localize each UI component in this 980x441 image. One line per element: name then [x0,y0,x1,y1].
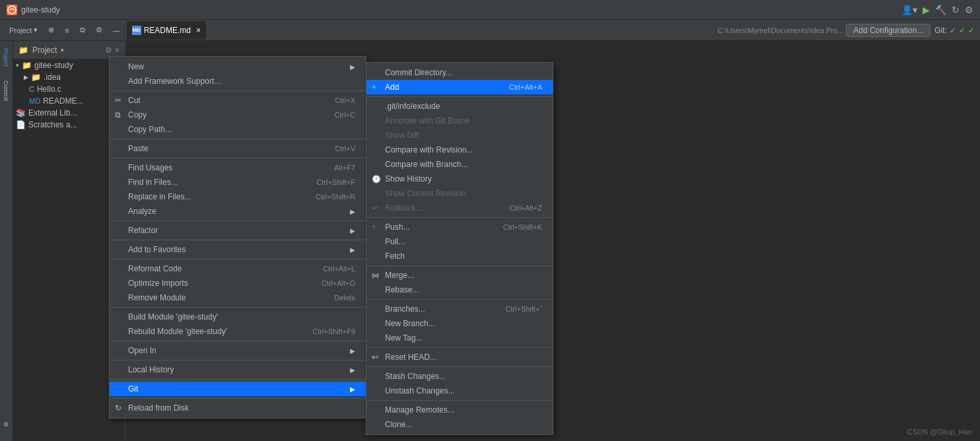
git-unstash[interactable]: Unstash Changes... [367,384,553,398]
menu-refactor[interactable]: Refactor ▶ [110,223,366,238]
git-manage-remotes-label: Manage Remotes... [385,405,454,415]
git-check2: ✓ [959,26,965,35]
tree-item-readme[interactable]: MD README... [13,95,125,107]
settings-icon-button[interactable]: ⚙ [92,24,106,36]
git-compare-branch[interactable]: Compare with Branch... [367,157,553,172]
add-configuration-button[interactable]: Add Configuration... [846,24,930,37]
git-label-menu: Git [128,384,138,393]
git-new-tag[interactable]: New Tag... [367,331,553,345]
separator-4 [110,220,366,221]
refactor-arrow: ▶ [350,227,355,234]
tree-item-hello-c[interactable]: C Hello.c [13,83,125,95]
collapse-icon-button[interactable]: ⧉ [76,24,89,36]
new-submenu-arrow: ▶ [350,63,355,71]
separator-1 [110,90,366,91]
menu-add-framework[interactable]: Add Framework Support... [110,74,366,88]
menu-new[interactable]: New ▶ [110,59,366,74]
panel-header-actions: ⚙ × [105,46,120,55]
git-sep4 [367,299,553,300]
git-check1: ✓ [950,26,956,35]
remove-module-label: Remove Module [128,293,186,302]
git-rebase[interactable]: Rebase... [367,283,553,297]
sidebar-tab-project[interactable]: Project [0,41,12,74]
replace-in-files-shortcut: Ctrl+Shift+R [316,193,355,201]
menu-analyze[interactable]: Analyze ▶ [110,204,366,219]
copy-shortcut: Ctrl+C [335,111,355,119]
git-clone-label: Clone... [385,420,412,429]
git-manage-remotes[interactable]: Manage Remotes... [367,403,553,417]
menu-open-in[interactable]: Open In ▶ [110,343,366,358]
menu-add-favorites[interactable]: Add to Favorites ▶ [110,242,366,257]
git-show-history[interactable]: 🕐 Show History [367,172,553,186]
menu-optimize-imports[interactable]: Optimize Imports Ctrl+Alt+O [110,276,366,290]
git-sep2 [367,217,553,218]
menu-replace-in-files[interactable]: Replace in Files... Ctrl+Shift+R [110,189,366,204]
tree-item-ext-lib[interactable]: 📚 External Lib... [13,107,125,119]
git-merge[interactable]: ⋈ Merge... [367,268,553,283]
sync-button[interactable]: ↻ [952,5,960,15]
menu-git[interactable]: Git ▶ [110,382,366,396]
panel-header-arrow[interactable]: ▾ [61,47,64,53]
readme-tab[interactable]: MD README.md × [127,21,206,40]
menu-find-in-files[interactable]: Find in Files... Ctrl+Shift+F [110,175,366,189]
open-in-label: Open In [128,346,157,355]
project-dropdown-button[interactable]: Project ▾ [5,24,42,36]
git-show-diff: Show Diff [367,128,553,143]
menu-build-module[interactable]: Build Module 'gitee-study' [110,310,366,324]
git-push[interactable]: ↑ Push... Ctrl+Shift+K [367,220,553,234]
git-pull-label: Pull... [385,237,405,246]
git-branches[interactable]: Branches... Ctrl+Shift+` [367,302,553,316]
sidebar-tab-structure[interactable]: ⚙ [0,408,12,441]
git-info-exclude[interactable]: .git/info/exclude [367,99,553,114]
git-pull[interactable]: Pull... [367,234,553,249]
menu-local-history[interactable]: Local History ▶ [110,362,366,377]
list-icon-button[interactable]: ≡ [61,25,73,36]
panel-close-button[interactable]: × [115,46,120,55]
git-add-label: Add [385,83,399,92]
rebuild-module-label: Rebuild Module 'gitee-study' [128,327,227,336]
tree-item-root[interactable]: ▾ 📁 gitee-study [13,59,125,71]
user-button[interactable]: 👤▾ [901,5,917,15]
menu-reformat-code[interactable]: Reformat Code Ctrl+Alt+L [110,261,366,276]
find-in-files-label: Find in Files... [128,178,178,187]
git-new-branch[interactable]: New Branch... [367,316,553,331]
git-reset-head-label: Reset HEAD... [385,353,437,362]
build-module-label: Build Module 'gitee-study' [128,312,218,322]
git-show-diff-label: Show Diff [385,131,419,140]
idea-expand-arrow: ▶ [24,74,28,81]
add-icon-button[interactable]: ⊕ [44,24,58,36]
menu-paste[interactable]: Paste Ctrl+V [110,141,366,156]
git-rollback: ↩ Rollback... Ctrl+Alt+Z [367,201,553,215]
sidebar-tab-commit[interactable]: Commit [0,74,12,107]
menu-rebuild-module[interactable]: Rebuild Module 'gitee-study' Ctrl+Shift+… [110,324,366,339]
git-commit-directory[interactable]: Commit Directory... [367,65,553,80]
git-stash-label: Stash Changes... [385,372,446,381]
git-show-history-label: Show History [385,174,432,184]
git-fetch[interactable]: Fetch [367,249,553,263]
menu-cut[interactable]: ✂ Cut Ctrl+X [110,93,366,108]
more-button[interactable]: ⚙ [965,5,973,15]
panel-gear-button[interactable]: ⚙ [105,46,112,55]
menu-copy-path[interactable]: Copy Path... [110,122,366,137]
menu-reload-from-disk[interactable]: ↻ Reload from Disk [110,401,366,415]
menu-remove-module[interactable]: Remove Module Delete [110,290,366,305]
tree-item-idea[interactable]: ▶ 📁 .idea [13,71,125,83]
git-reset-head[interactable]: ↩ Reset HEAD... [367,350,553,364]
local-history-label: Local History [128,365,174,374]
menu-find-usages[interactable]: Find Usages Alt+F7 [110,160,366,175]
context-menu: New ▶ Add Framework Support... ✂ Cut Ctr… [109,56,367,419]
git-compare-revision[interactable]: Compare with Revision... [367,143,553,157]
readme-icon: MD [29,97,40,105]
analyze-label: Analyze [128,207,157,216]
tree-item-scratches[interactable]: 📄 Scratches a... [13,119,125,131]
run-button[interactable]: ▶ [923,5,930,15]
separator-8 [110,341,366,341]
menu-copy[interactable]: ⧉ Copy Ctrl+C [110,108,366,122]
tab-close-button[interactable]: × [196,26,201,35]
build-button[interactable]: 🔨 [935,5,946,15]
git-stash[interactable]: Stash Changes... [367,369,553,384]
git-add[interactable]: + Add Ctrl+Alt+A [367,80,553,94]
git-compare-branch-label: Compare with Branch... [385,160,468,169]
close-panel-button[interactable]: — [109,25,124,36]
git-clone[interactable]: Clone... [367,417,553,432]
